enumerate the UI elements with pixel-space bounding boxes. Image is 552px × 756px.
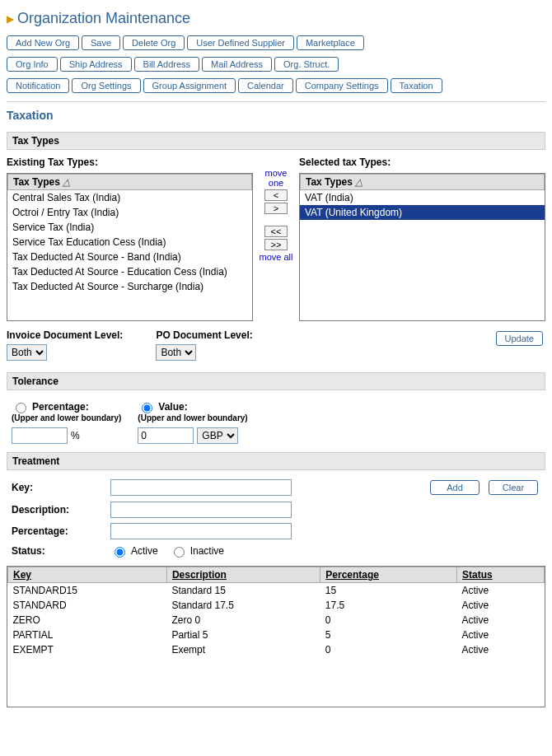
document-levels-row: Invoice Document Level: Both PO Document… bbox=[7, 329, 545, 361]
toolbar-delete-org-button[interactable]: Delete Org bbox=[123, 35, 185, 50]
toolbar-org-info-button[interactable]: Org Info bbox=[7, 57, 58, 72]
sort-icon: △ bbox=[355, 176, 363, 188]
toolbar-bill-address-button[interactable]: Bill Address bbox=[134, 57, 199, 72]
list-item[interactable]: VAT (India) bbox=[300, 190, 545, 205]
clear-button[interactable]: Clear bbox=[489, 480, 538, 495]
separator bbox=[7, 101, 545, 102]
toolbar-org-struct-button[interactable]: Org. Struct. bbox=[274, 57, 339, 72]
existing-tax-types-label: Existing Tax Types: bbox=[7, 156, 253, 168]
treatment-form: Key: Add Clear Description: Percentage: … bbox=[7, 477, 545, 566]
list-column-header[interactable]: Tax Types △ bbox=[7, 174, 252, 190]
page-title-text: Organization Maintenance bbox=[17, 10, 190, 27]
list-item[interactable]: Service Tax (India) bbox=[7, 220, 252, 235]
tolerance-body: Percentage: (Upper and lower boundary) %… bbox=[7, 397, 545, 452]
section-title: Taxation bbox=[7, 109, 545, 122]
key-label: Key: bbox=[12, 482, 102, 493]
table-row[interactable]: STANDARDStandard 17.517.5Active bbox=[8, 598, 545, 613]
move-all-right-button[interactable]: >> bbox=[264, 239, 288, 250]
toolbar-save-button[interactable]: Save bbox=[82, 35, 120, 50]
list-item[interactable]: VAT (United Kingdom) bbox=[300, 205, 545, 220]
list-item[interactable]: Service Tax Education Cess (India) bbox=[7, 235, 252, 250]
description-input[interactable] bbox=[110, 502, 292, 518]
move-left-button[interactable]: < bbox=[264, 189, 288, 201]
tolerance-percentage-input[interactable] bbox=[12, 427, 68, 444]
tolerance-value-label: Value: bbox=[158, 401, 187, 413]
percentage-input[interactable] bbox=[110, 523, 292, 539]
toolbar-row-3: NotificationOrg SettingsGroup Assignment… bbox=[7, 77, 545, 95]
column-header[interactable]: Percentage bbox=[320, 567, 457, 583]
list-item[interactable]: Tax Deducted At Source - Surcharge (Indi… bbox=[7, 279, 252, 294]
key-input[interactable] bbox=[110, 479, 292, 496]
boundary-label: (Upper and lower boundary) bbox=[12, 413, 121, 422]
toolbar-row-2: Org InfoShip AddressBill AddressMail Add… bbox=[7, 55, 545, 73]
update-button[interactable]: Update bbox=[496, 331, 543, 346]
move-one-label: move one bbox=[258, 168, 294, 188]
triangle-icon: ▶ bbox=[7, 13, 14, 25]
toolbar-taxation-button[interactable]: Taxation bbox=[391, 78, 442, 93]
toolbar-company-settings-button[interactable]: Company Settings bbox=[296, 78, 388, 93]
toolbar-org-settings-button[interactable]: Org Settings bbox=[72, 78, 140, 93]
list-item[interactable]: Central Sales Tax (India) bbox=[7, 190, 252, 205]
po-doc-level-label: PO Document Level: bbox=[156, 329, 252, 341]
move-right-button[interactable]: > bbox=[264, 203, 288, 214]
status-active-radio[interactable] bbox=[115, 547, 125, 558]
selected-tax-types-list[interactable]: Tax Types △ VAT (India)VAT (United Kingd… bbox=[299, 173, 545, 321]
toolbar-user-defined-supplier-button[interactable]: User Defined Supplier bbox=[187, 35, 294, 50]
invoice-doc-level-label: Invoice Document Level: bbox=[7, 329, 123, 341]
table-row[interactable]: PARTIALPartial 55Active bbox=[8, 628, 545, 642]
move-all-label: move all bbox=[258, 252, 294, 262]
table-row[interactable]: EXEMPTExempt0Active bbox=[8, 642, 545, 657]
toolbar-group-assignment-button[interactable]: Group Assignment bbox=[143, 78, 236, 93]
existing-tax-types-list[interactable]: Tax Types △ Central Sales Tax (India)Oct… bbox=[7, 173, 253, 321]
column-header[interactable]: Key bbox=[8, 567, 167, 583]
treatment-header: Treatment bbox=[7, 452, 545, 470]
toolbar-ship-address-button[interactable]: Ship Address bbox=[60, 57, 132, 72]
toolbar-notification-button[interactable]: Notification bbox=[7, 78, 69, 93]
page-title: ▶ Organization Maintenance bbox=[7, 10, 545, 27]
sort-icon: △ bbox=[63, 176, 70, 188]
list-item[interactable]: Tax Deducted At Source - Education Cess … bbox=[7, 264, 252, 279]
toolbar-mail-address-button[interactable]: Mail Address bbox=[202, 57, 272, 72]
tolerance-value-input[interactable] bbox=[138, 427, 194, 444]
add-button[interactable]: Add bbox=[430, 480, 479, 495]
boundary-label: (Upper and lower boundary) bbox=[138, 413, 247, 422]
table-row[interactable]: ZEROZero 00Active bbox=[8, 613, 545, 628]
tolerance-percentage-label: Percentage: bbox=[32, 401, 89, 413]
table-row[interactable]: STANDARD15Standard 1515Active bbox=[8, 583, 545, 599]
list-item[interactable]: Octroi / Entry Tax (India) bbox=[7, 205, 252, 220]
list-item[interactable]: Tax Deducted At Source - Band (India) bbox=[7, 250, 252, 264]
status-inactive-radio[interactable] bbox=[174, 547, 185, 558]
tax-types-header: Tax Types bbox=[7, 132, 545, 150]
invoice-doc-level-select[interactable]: Both bbox=[7, 344, 47, 361]
tolerance-percentage-radio[interactable] bbox=[16, 403, 26, 413]
percent-suffix: % bbox=[71, 430, 80, 441]
toolbar-row-1: Add New OrgSaveDelete OrgUser Defined Su… bbox=[7, 34, 545, 52]
selected-tax-types-label: Selected tax Types: bbox=[299, 156, 545, 168]
mover-controls: move one < > << >> move all bbox=[258, 156, 294, 264]
toolbar-add-new-org-button[interactable]: Add New Org bbox=[7, 35, 79, 50]
po-doc-level-select[interactable]: Both bbox=[156, 344, 196, 361]
tolerance-header: Tolerance bbox=[7, 372, 545, 390]
treatment-grid[interactable]: KeyDescriptionPercentageStatus STANDARD1… bbox=[7, 566, 545, 707]
column-header[interactable]: Status bbox=[457, 567, 545, 583]
description-label: Description: bbox=[12, 504, 102, 516]
toolbar-marketplace-button[interactable]: Marketplace bbox=[297, 35, 364, 50]
tolerance-currency-select[interactable]: GBP bbox=[197, 427, 238, 444]
toolbar-calendar-button[interactable]: Calendar bbox=[238, 78, 293, 93]
tolerance-value-radio[interactable] bbox=[142, 403, 152, 413]
move-all-left-button[interactable]: << bbox=[264, 226, 288, 237]
inactive-label: Inactive bbox=[190, 545, 224, 557]
tax-types-dual-list: Existing Tax Types: Tax Types △ Central … bbox=[7, 156, 545, 321]
column-header[interactable]: Description bbox=[166, 567, 320, 583]
status-label: Status: bbox=[12, 545, 102, 557]
percentage-label: Percentage: bbox=[12, 525, 102, 537]
active-label: Active bbox=[131, 545, 158, 557]
list-column-header[interactable]: Tax Types △ bbox=[300, 174, 545, 190]
